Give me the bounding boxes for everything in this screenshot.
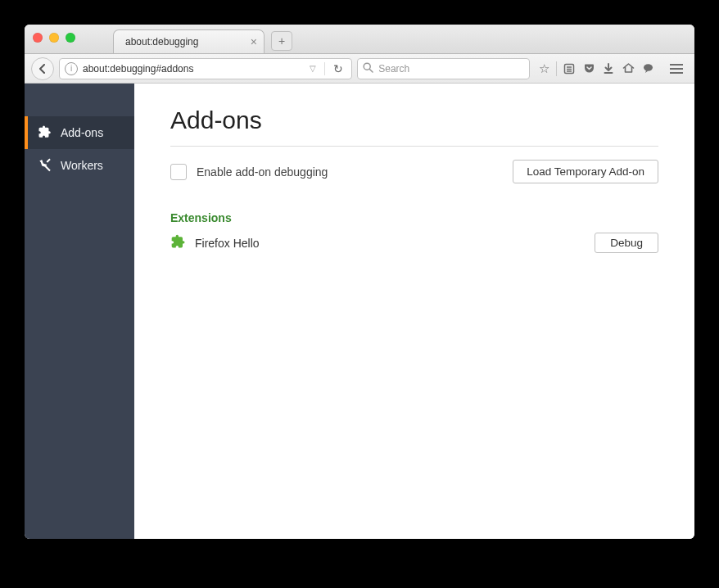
sidebar-item-label: Add-ons <box>61 126 103 139</box>
sidebar: Add-ons Workers <box>25 84 134 539</box>
page-content: Add-ons Workers Add-ons Enable add-on de… <box>25 84 694 539</box>
pocket-icon[interactable] <box>580 60 598 78</box>
browser-tab[interactable]: about:debugging × <box>113 29 265 53</box>
extension-info: Firefox Hello <box>170 233 260 252</box>
reload-button[interactable]: ↻ <box>330 62 346 75</box>
close-window-button[interactable] <box>33 33 43 43</box>
sidebar-item-label: Workers <box>61 159 103 172</box>
downloads-icon[interactable] <box>599 60 617 78</box>
back-button[interactable] <box>31 57 54 80</box>
maximize-window-button[interactable] <box>66 33 75 43</box>
addon-debug-row: Enable add-on debugging Load Temporary A… <box>170 160 658 183</box>
page-heading: Add-ons <box>170 106 658 134</box>
debug-button[interactable]: Debug <box>595 233 658 253</box>
menu-button[interactable] <box>665 59 688 79</box>
minimize-window-button[interactable] <box>49 33 59 43</box>
url-bar[interactable]: i about:debugging#addons ▽ ↻ <box>59 58 352 79</box>
sidebar-item-addons[interactable]: Add-ons <box>25 116 134 149</box>
toolbar-icons: ☆ <box>535 60 657 78</box>
chat-icon[interactable] <box>639 60 657 78</box>
main-panel: Add-ons Enable add-on debugging Load Tem… <box>134 84 694 539</box>
new-tab-button[interactable]: + <box>271 31 292 51</box>
bookmark-star-icon[interactable]: ☆ <box>535 60 553 78</box>
enable-addon-debugging-checkbox[interactable] <box>170 164 187 180</box>
svg-line-1 <box>369 69 373 72</box>
reading-list-icon[interactable] <box>560 60 578 78</box>
search-bar[interactable]: Search <box>357 58 530 79</box>
browser-window: about:debugging × + i about:debugging#ad… <box>25 25 694 539</box>
puzzle-icon <box>38 124 52 142</box>
window-controls <box>33 33 75 43</box>
sidebar-item-workers[interactable]: Workers <box>25 149 134 182</box>
identity-icon[interactable]: i <box>65 62 78 75</box>
search-icon <box>363 62 373 75</box>
divider <box>170 146 658 147</box>
tab-title: about:debugging <box>125 36 198 47</box>
svg-point-7 <box>644 64 653 70</box>
extension-icon <box>170 233 187 252</box>
extension-name: Firefox Hello <box>195 237 260 250</box>
home-icon[interactable] <box>619 60 637 78</box>
tools-icon <box>38 157 52 174</box>
load-temporary-addon-button[interactable]: Load Temporary Add-on <box>513 160 658 183</box>
separator <box>556 61 557 76</box>
navigation-toolbar: i about:debugging#addons ▽ ↻ Search ☆ <box>25 54 694 84</box>
checkbox-text: Enable add-on debugging <box>197 165 328 179</box>
urlbar-dropdown-icon[interactable]: ▽ <box>306 64 319 73</box>
close-tab-icon[interactable]: × <box>251 36 257 47</box>
url-text: about:debugging#addons <box>83 63 301 75</box>
title-bar: about:debugging × + <box>25 25 694 54</box>
enable-addon-debugging-label[interactable]: Enable add-on debugging <box>170 164 328 180</box>
extension-row: Firefox Hello Debug <box>170 233 658 253</box>
search-placeholder: Search <box>378 63 409 75</box>
extensions-section-title: Extensions <box>170 211 658 224</box>
